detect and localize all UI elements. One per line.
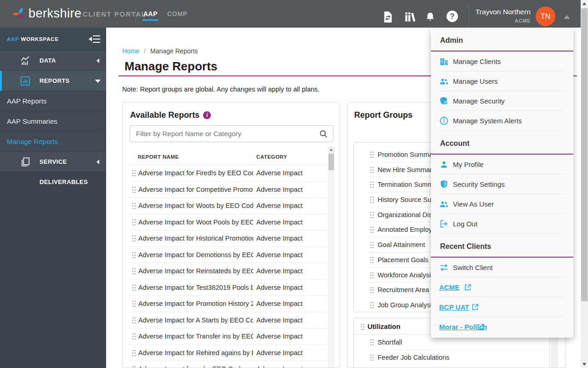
table-row[interactable]: Adverse Impact for Test382019 Pools by E…	[129, 280, 328, 296]
report-category: Adverse Impact	[256, 230, 303, 247]
drag-handle-icon[interactable]	[132, 219, 136, 226]
group-item-label: Goal Attainment	[378, 237, 425, 253]
drag-handle-icon[interactable]	[370, 151, 374, 158]
page-scrollbar[interactable]	[581, 0, 588, 368]
drag-handle-icon[interactable]	[132, 284, 136, 291]
sidebar-item-data-visualizations[interactable]: DATA VISUALIZATIONS	[0, 51, 106, 71]
avatar[interactable]: TN	[536, 6, 555, 26]
menu-item-client-acme[interactable]: ACME	[431, 277, 573, 297]
drag-handle-icon[interactable]	[370, 226, 374, 233]
sidebar-item-aap-summaries[interactable]: AAP Summaries	[0, 111, 106, 132]
menu-item-manage-system-alerts[interactable]: Manage System Alerts	[431, 111, 573, 131]
sidebar-item-service-deliverables[interactable]: SERVICE DELIVERABLES	[0, 152, 106, 172]
menu-item-view-as-user[interactable]: View As User	[431, 194, 573, 214]
drag-handle-icon[interactable]	[132, 350, 136, 356]
help-icon[interactable]: ?	[447, 11, 458, 22]
workspace-label: AAP WORKSPACE	[7, 28, 59, 51]
drag-handle-icon[interactable]	[370, 302, 374, 309]
report-table-rows: Adverse Impact for Fired!s by EEO Code A…	[129, 165, 328, 368]
breadcrumb-separator: /	[144, 47, 146, 55]
tab-aap[interactable]: AAP	[143, 0, 158, 28]
report-category: Adverse Impact	[256, 280, 303, 296]
group-item-label: Workforce Analysis	[378, 268, 434, 283]
breadcrumb-home-link[interactable]: Home	[122, 47, 139, 55]
notifications-bell-icon[interactable]	[425, 12, 435, 22]
plan-transfer-icon[interactable]	[382, 11, 394, 23]
drag-handle-icon[interactable]	[370, 181, 374, 188]
search-icon[interactable]	[319, 129, 328, 138]
info-icon[interactable]: i	[203, 111, 211, 119]
drag-handle-icon[interactable]	[132, 333, 136, 340]
menu-item-manage-clients[interactable]: Manage Clients	[431, 52, 573, 71]
drag-handle-icon[interactable]	[370, 354, 374, 361]
menu-item-log-out[interactable]: Log Out	[431, 214, 573, 234]
drag-handle-icon[interactable]	[132, 202, 136, 209]
scroll-up-button[interactable]	[581, 0, 588, 7]
table-scrollbar[interactable]	[328, 147, 334, 368]
library-icon[interactable]	[404, 11, 416, 23]
client-link[interactable]: ACME	[439, 277, 459, 297]
menu-item-my-profile[interactable]: My Profile	[431, 155, 573, 174]
drag-handle-icon[interactable]	[370, 287, 374, 293]
tab-comp[interactable]: COMP	[167, 0, 187, 28]
drag-handle-icon[interactable]	[370, 167, 374, 173]
sidebar-item-manage-reports[interactable]: Manage Reports	[0, 132, 106, 152]
drag-handle-icon[interactable]	[370, 212, 374, 218]
drag-handle-icon[interactable]	[370, 242, 374, 248]
menu-item-security-settings[interactable]: Security Settings	[431, 174, 573, 194]
filter-input[interactable]	[130, 126, 333, 142]
group-item-label: Shortfall	[378, 335, 402, 350]
page-scrollbar-thumb[interactable]	[581, 8, 588, 301]
drag-handle-icon[interactable]	[132, 170, 136, 177]
report-category: Adverse Impact	[256, 165, 303, 182]
drag-handle-icon[interactable]	[132, 186, 136, 193]
table-row[interactable]: Adverse Impact for A Starts by EEO Code …	[129, 312, 328, 329]
sidebar-item-reports[interactable]: REPORTS	[0, 71, 106, 91]
menu-item-client-bcp-uat[interactable]: BCP UAT	[431, 297, 573, 317]
menu-item-switch-client[interactable]: Switch Client	[431, 258, 573, 277]
drag-handle-icon[interactable]	[370, 196, 374, 203]
drag-handle-icon[interactable]	[132, 366, 136, 368]
table-row[interactable]: Adverse Impact for Reinstateds by EEO Co…	[129, 263, 328, 280]
table-row[interactable]: Adverse Impact for Competitive Promotion…	[129, 182, 328, 198]
table-row[interactable]: Adverse Impact for Demotionss by EEO Cod…	[129, 247, 328, 264]
drag-handle-icon[interactable]	[370, 272, 374, 279]
scroll-up-button[interactable]	[328, 147, 334, 153]
drag-handle-icon[interactable]	[132, 317, 136, 324]
report-category: Adverse Impact	[256, 247, 303, 264]
chevron-left-icon	[96, 58, 99, 63]
table-row[interactable]: Adverse Impact for Woots by EEO Code Adv…	[129, 198, 328, 214]
drag-handle-icon[interactable]	[361, 323, 365, 330]
table-row[interactable]: Adverse Impact for Woot Pools by EEO Cod…	[129, 214, 328, 231]
table-row[interactable]: Adverse Impact for Transfer ins by EEO C…	[129, 328, 328, 345]
menu-item-manage-security[interactable]: Manage Security	[431, 91, 573, 111]
sidebar-collapse-icon[interactable]	[88, 35, 100, 43]
chevron-up-icon[interactable]	[564, 15, 570, 19]
scroll-down-button[interactable]	[581, 361, 588, 368]
drag-handle-icon[interactable]	[132, 300, 136, 307]
drag-handle-icon[interactable]	[370, 257, 374, 264]
table-row[interactable]: Adverse Impact for ... by EEO Code Adver…	[129, 361, 328, 368]
drag-handle-icon[interactable]	[132, 252, 136, 259]
report-name: Adverse Impact for Fired!s by EEO Code	[138, 165, 253, 182]
menu-item-manage-users[interactable]: Manage Users	[431, 71, 573, 91]
menu-section-account: Account	[431, 131, 573, 155]
table-row[interactable]: Adverse Impact for Historical Promotion …	[129, 230, 328, 247]
sidebar-item-aap-reports[interactable]: AAP Reports	[0, 91, 106, 111]
drag-handle-icon[interactable]	[370, 339, 374, 346]
drag-handle-icon[interactable]	[132, 235, 136, 242]
chevron-left-icon	[96, 160, 99, 164]
report-name: Adverse Impact for Woots by EEO Code	[138, 198, 253, 214]
table-scrollbar-thumb[interactable]	[328, 154, 334, 170]
breadcrumb: Home / Manage Reports	[122, 47, 198, 55]
table-row[interactable]: Adverse Impact for Promotion History 201…	[129, 296, 328, 312]
sidebar: AAP WORKSPACE DATA VISUALIZATIONS REPORT…	[0, 28, 106, 368]
group-item-label: Feeder Job Calculations	[378, 350, 449, 365]
table-row[interactable]: Adverse Impact for Fired!s by EEO Code A…	[129, 165, 328, 182]
table-row[interactable]: Adverse Impact for Rehired agains by EEO…	[129, 345, 328, 362]
chevron-down-icon	[95, 80, 101, 83]
report-group-item[interactable]: Feeder Job Calculations	[354, 350, 549, 365]
client-link[interactable]: BCP UAT	[439, 297, 469, 317]
drag-handle-icon[interactable]	[132, 268, 136, 275]
menu-item-client-morar-pollich[interactable]: Morar - Pollich	[431, 317, 573, 337]
